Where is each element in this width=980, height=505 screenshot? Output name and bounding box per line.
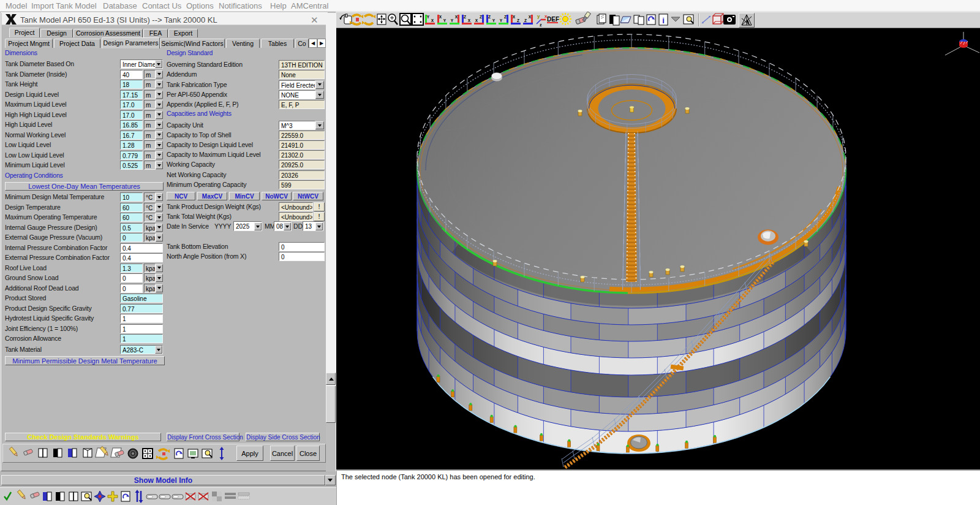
svg-text:Z: Z <box>517 18 519 23</box>
svg-text:Y: Y <box>500 18 503 23</box>
svg-text:Y: Y <box>451 18 454 23</box>
svg-text:X: X <box>529 15 532 19</box>
svg-text:X: X <box>475 18 478 23</box>
svg-text:y: y <box>537 13 540 19</box>
svg-text:Y: Y <box>443 18 447 23</box>
svg-text:Y: Y <box>492 18 496 23</box>
svg-text:Z: Z <box>480 15 482 19</box>
svg-text:X: X <box>455 15 458 19</box>
svg-text:Z: Z <box>464 15 466 19</box>
svg-text:X: X <box>439 15 442 19</box>
svg-text:Z: Z <box>524 18 527 23</box>
svg-text:i: i <box>662 16 665 25</box>
svg-text:DEF: DEF <box>547 16 559 23</box>
svg-text:X: X <box>513 15 516 19</box>
svg-text:Z: Z <box>488 15 491 19</box>
svg-text:X: X <box>468 18 471 23</box>
svg-text:X: X <box>431 18 434 23</box>
svg-text:z: z <box>540 23 542 27</box>
svg-text:Z: Z <box>504 15 507 19</box>
svg-text:Y: Y <box>427 15 430 19</box>
